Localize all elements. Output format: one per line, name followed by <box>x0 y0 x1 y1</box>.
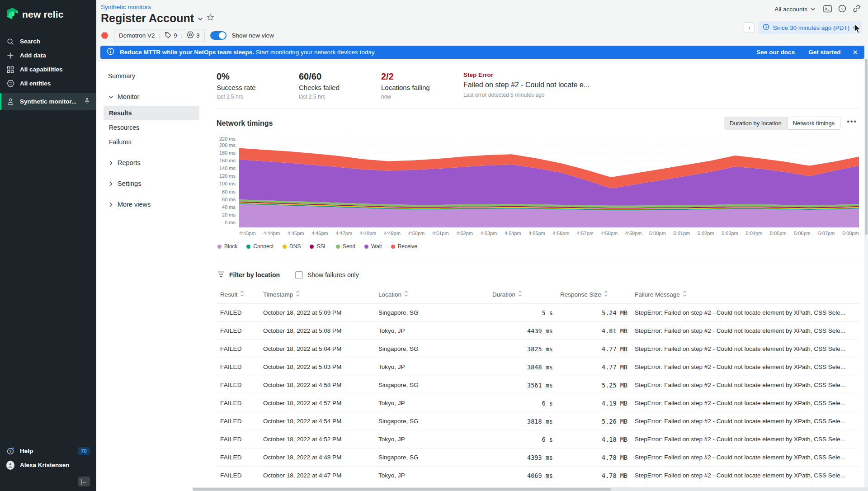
sort-icon[interactable] <box>404 291 408 298</box>
sidebar-item-all-capabilities[interactable]: All capabilities <box>0 62 96 76</box>
chevron-right-icon <box>108 181 113 186</box>
column-header-timestamp[interactable]: Timestamp <box>259 286 375 304</box>
table-row[interactable]: FAILEDOctober 18, 2022 at 5:09 PMSingapo… <box>217 304 859 322</box>
legend-item-wait[interactable]: Wait <box>364 243 382 250</box>
new-relic-logo[interactable]: new relic <box>0 0 96 26</box>
cell-location: Tokyo, JP <box>375 430 489 449</box>
nav-item-failures[interactable]: Failures <box>104 135 199 149</box>
sidebar-item-search[interactable]: Search <box>0 34 96 48</box>
y-tick-label: 40 ms <box>217 204 236 210</box>
sort-icon[interactable] <box>604 291 608 298</box>
legend-dot <box>364 245 368 249</box>
nav-item-settings[interactable]: Settings <box>104 176 199 191</box>
y-tick-label: 220 ms <box>217 136 236 142</box>
sort-icon[interactable] <box>240 291 244 298</box>
stat-value: 2/2 <box>381 71 463 82</box>
network-timings-tab[interactable]: Network timings <box>787 117 840 130</box>
entity-name[interactable]: Demotron V2 <box>119 32 155 39</box>
sidebar-item-synthetic-monitor[interactable]: Synthetic monitor... <box>0 93 96 110</box>
query-console-button[interactable] <box>822 4 833 15</box>
nav-item-results[interactable]: Results <box>104 106 199 120</box>
cell-failure-message: StepError: Failed on step #2 - Could not… <box>631 467 859 485</box>
share-link-button[interactable] <box>852 4 862 15</box>
help-center-button[interactable]: ? <box>837 4 847 15</box>
vertical-scrollbar[interactable] <box>864 59 868 487</box>
monitor-nav: SummaryMonitorResultsResourcesFailuresRe… <box>96 61 204 491</box>
stat-label: Checks failed <box>299 84 381 91</box>
legend-label: Wait <box>371 243 382 250</box>
show-failures-only-label: Show failures only <box>307 271 359 279</box>
sidebar-item-help[interactable]: ? Help 70 <box>0 444 96 458</box>
x-tick-label: 4:46pm <box>311 231 328 236</box>
chart-view-toggle: Duration by location Network timings <box>724 117 840 130</box>
related-entities-chip[interactable]: 3 <box>187 31 200 40</box>
show-new-view-toggle[interactable] <box>210 31 226 40</box>
table-row[interactable]: FAILEDOctober 18, 2022 at 4:52 PMTokyo, … <box>217 430 859 449</box>
sidebar-item-user[interactable]: Alexa Kristensen <box>0 458 96 472</box>
column-header-result[interactable]: Result <box>217 286 259 304</box>
legend-item-receive[interactable]: Receive <box>391 243 417 250</box>
y-tick-label: 120 ms <box>217 173 236 179</box>
network-timings-chart[interactable] <box>239 137 859 227</box>
nav-item-label: Monitor <box>118 93 139 100</box>
time-back-button[interactable]: ‹ <box>744 22 755 33</box>
chart-more-menu-icon[interactable]: ••• <box>845 118 859 129</box>
tags-chip[interactable]: 9 <box>165 32 177 40</box>
cell-response-size: 4.18 MB <box>557 430 631 449</box>
sidebar-item-all-entities[interactable]: All entities <box>0 76 96 90</box>
sidebar-item-add-data[interactable]: Add data <box>0 48 96 62</box>
show-failures-only-checkbox[interactable] <box>295 271 303 279</box>
nav-item-resources[interactable]: Resources <box>104 120 199 135</box>
nav-item-label: Failures <box>109 138 132 146</box>
legend-item-connect[interactable]: Connect <box>246 243 274 250</box>
column-header-location[interactable]: Location <box>375 286 489 304</box>
favorite-star-icon[interactable] <box>207 14 214 23</box>
banner-close-icon[interactable]: ✕ <box>852 48 858 57</box>
table-row[interactable]: FAILEDOctober 18, 2022 at 4:57 PMTokyo, … <box>217 394 859 412</box>
nav-item-summary[interactable]: Summary <box>104 69 199 83</box>
table-row[interactable]: FAILEDOctober 18, 2022 at 4:47 PMTokyo, … <box>217 467 859 485</box>
duration-by-location-tab[interactable]: Duration by location <box>724 117 787 130</box>
sidebar-item-label: Add data <box>20 52 46 59</box>
table-row[interactable]: FAILEDOctober 18, 2022 at 5:04 PMSingapo… <box>217 340 859 358</box>
title-chevron-down-icon[interactable] <box>198 14 203 23</box>
legend-item-block[interactable]: Block <box>217 243 237 250</box>
sidebar-collapse-button[interactable]: |← <box>78 477 90 486</box>
cell-duration: 6 s <box>489 430 557 449</box>
legend-item-dns[interactable]: DNS <box>283 243 301 250</box>
nav-item-more-views[interactable]: More views <box>104 197 199 212</box>
sort-icon[interactable] <box>518 291 522 298</box>
table-row[interactable]: FAILEDOctober 18, 2022 at 5:03 PMTokyo, … <box>217 358 859 376</box>
legend-item-send[interactable]: Send <box>336 243 355 250</box>
sort-icon[interactable] <box>683 291 687 298</box>
nav-item-reports[interactable]: Reports <box>104 156 199 170</box>
nav-item-monitor[interactable]: Monitor <box>104 90 199 104</box>
x-tick-label: 4:48pm <box>360 231 377 236</box>
table-row[interactable]: FAILEDOctober 18, 2022 at 4:54 PMSingapo… <box>217 412 859 430</box>
legend-item-ssl[interactable]: SSL <box>310 243 327 250</box>
pin-icon[interactable] <box>84 98 90 106</box>
sort-icon[interactable] <box>296 291 300 298</box>
breadcrumb[interactable]: Synthetic monitors <box>101 4 274 10</box>
table-row[interactable]: FAILEDOctober 18, 2022 at 4:58 PMSingapo… <box>217 376 859 394</box>
cell-result: FAILED <box>217 430 259 449</box>
entity-pill[interactable]: Demotron V2 | 9 | <box>114 29 205 42</box>
column-header-duration[interactable]: Duration <box>489 286 557 304</box>
table-row[interactable]: FAILEDOctober 18, 2022 at 4:48 PMSingapo… <box>217 449 859 467</box>
get-started-link[interactable]: Get started <box>808 49 840 56</box>
filter-by-location-button[interactable]: Filter by location <box>229 271 280 279</box>
see-our-docs-link[interactable]: See our docs <box>756 49 795 56</box>
column-header-response-size[interactable]: Response Size <box>557 286 631 304</box>
cell-response-size: 4.77 MB <box>557 340 631 358</box>
info-icon <box>107 47 114 57</box>
horizontal-scrollbar[interactable] <box>193 487 868 491</box>
cell-result: FAILED <box>217 394 259 412</box>
cell-timestamp: October 18, 2022 at 4:52 PM <box>259 430 375 449</box>
time-picker[interactable]: Since 30 minutes ago (PDT) <box>758 21 862 34</box>
legend-label: Connect <box>253 243 274 250</box>
accounts-dropdown[interactable]: All accounts <box>772 4 818 14</box>
cell-timestamp: October 18, 2022 at 4:47 PM <box>259 467 375 485</box>
table-row[interactable]: FAILEDOctober 18, 2022 at 5:08 PMTokyo, … <box>217 322 859 340</box>
column-header-failure-message[interactable]: Failure Message <box>631 286 859 304</box>
cell-timestamp: October 18, 2022 at 5:08 PM <box>259 322 375 340</box>
